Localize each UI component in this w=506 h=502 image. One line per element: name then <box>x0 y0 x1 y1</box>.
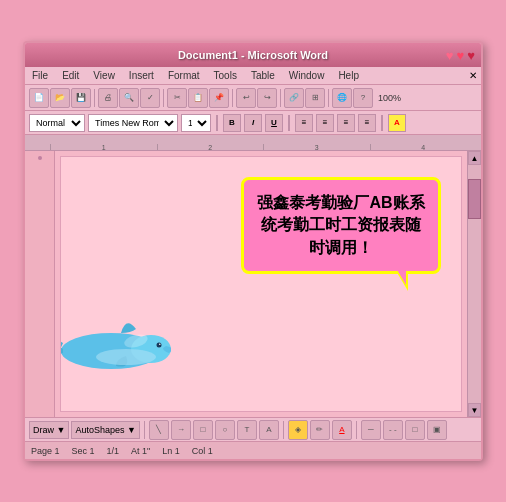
align-right-btn[interactable]: ≡ <box>337 114 355 132</box>
open-btn[interactable]: 📂 <box>50 88 70 108</box>
align-center-btn[interactable]: ≡ <box>316 114 334 132</box>
ruler-mark-1: 1 <box>50 144 157 150</box>
toolbar-sep-5 <box>328 89 329 107</box>
svg-point-3 <box>96 349 156 365</box>
heart-btn-2[interactable]: ♥ <box>457 48 465 63</box>
fontsize-select[interactable]: 12 <box>181 114 211 132</box>
linecolor-btn[interactable]: ✏ <box>310 420 330 440</box>
toolbar-sep-2 <box>163 89 164 107</box>
cut-btn[interactable]: ✂ <box>167 88 187 108</box>
lineweight-btn[interactable]: ─ <box>361 420 381 440</box>
italic-btn[interactable]: I <box>244 114 262 132</box>
save-btn[interactable]: 💾 <box>71 88 91 108</box>
close-btn[interactable]: ✕ <box>469 70 477 81</box>
chat-bubble: 强鑫泰考勤验厂AB账系统考勤工时工资报表随时调用！ <box>241 177 441 274</box>
ruler-mark-2: 2 <box>157 144 264 150</box>
textbox-btn[interactable]: T <box>237 420 257 440</box>
highlight-btn[interactable]: A <box>388 114 406 132</box>
shadow-btn[interactable]: □ <box>405 420 425 440</box>
align-justify-btn[interactable]: ≡ <box>358 114 376 132</box>
ruler-body: 1 2 3 4 <box>50 134 476 150</box>
window-title: Document1 - Microsoft Word <box>178 49 328 61</box>
svg-point-1 <box>157 343 162 348</box>
chat-bubble-text: 强鑫泰考勤验厂AB账系统考勤工时工资报表随时调用！ <box>256 192 426 259</box>
title-buttons: ♥ ♥ ♥ <box>446 48 475 63</box>
redo-btn[interactable]: ↪ <box>257 88 277 108</box>
status-page-of: 1/1 <box>107 446 120 456</box>
dash-btn[interactable]: - - <box>383 420 403 440</box>
print-btn[interactable]: 🖨 <box>98 88 118 108</box>
hyperlink-btn[interactable]: 🔗 <box>284 88 304 108</box>
draw-sep2 <box>283 421 284 439</box>
format-sep2 <box>288 115 290 131</box>
scrollbar-up-arrow[interactable]: ▲ <box>468 151 481 165</box>
formatting-bar: Normal Times New Roman 12 B I U ≡ ≡ ≡ ≡ … <box>25 111 481 135</box>
oval-btn[interactable]: ○ <box>215 420 235 440</box>
fontcolor-btn[interactable]: A <box>332 420 352 440</box>
font-select[interactable]: Times New Roman <box>88 114 178 132</box>
title-bar: Document1 - Microsoft Word ♥ ♥ ♥ <box>25 43 481 67</box>
toolbar-sep-4 <box>280 89 281 107</box>
rect-btn[interactable]: □ <box>193 420 213 440</box>
status-col: Col 1 <box>192 446 213 456</box>
paste-btn[interactable]: 📌 <box>209 88 229 108</box>
underline-btn[interactable]: U <box>265 114 283 132</box>
new-btn[interactable]: 📄 <box>29 88 49 108</box>
autoshapes-btn[interactable]: AutoShapes ▼ <box>71 421 139 439</box>
menu-tools[interactable]: Tools <box>211 69 240 82</box>
format-sep3 <box>381 115 383 131</box>
scrollbar-track <box>468 219 481 403</box>
menu-help[interactable]: Help <box>335 69 362 82</box>
menu-format[interactable]: Format <box>165 69 203 82</box>
wordart-btn[interactable]: A <box>259 420 279 440</box>
scrollbar-right[interactable]: ▲ ▼ <box>467 151 481 417</box>
status-bar: Page 1 Sec 1 1/1 At 1" Ln 1 Col 1 <box>25 441 481 459</box>
scrollbar-thumb[interactable] <box>468 179 481 219</box>
scrollbar-down-arrow[interactable]: ▼ <box>468 403 481 417</box>
menu-file[interactable]: File <box>29 69 51 82</box>
toolbar-sep-3 <box>232 89 233 107</box>
undo-btn[interactable]: ↩ <box>236 88 256 108</box>
word-window: Document1 - Microsoft Word ♥ ♥ ♥ File Ed… <box>23 41 483 461</box>
toolbar: 📄 📂 💾 🖨 🔍 ✓ ✂ 📋 📌 ↩ ↪ 🔗 ⊞ 🌐 ? 100% <box>25 85 481 111</box>
page-content[interactable]: 强鑫泰考勤验厂AB账系统考勤工时工资报表随时调用！ <box>60 156 462 412</box>
status-sec: Sec 1 <box>72 446 95 456</box>
copy-btn[interactable]: 📋 <box>188 88 208 108</box>
status-page: Page 1 <box>31 446 60 456</box>
ruler-mark-4: 4 <box>370 144 477 150</box>
style-select[interactable]: Normal <box>29 114 85 132</box>
arrow-btn[interactable]: → <box>171 420 191 440</box>
preview-btn[interactable]: 🔍 <box>119 88 139 108</box>
margin-mark <box>38 156 42 160</box>
svg-point-2 <box>159 343 161 345</box>
line-btn[interactable]: ╲ <box>149 420 169 440</box>
format-sep <box>216 115 218 131</box>
menu-table[interactable]: Table <box>248 69 278 82</box>
left-margin <box>25 151 55 417</box>
zoom-level: 100% <box>378 93 401 103</box>
draw-toolbar: Draw ▼ AutoShapes ▼ ╲ → □ ○ T A ◈ ✏ A ─ … <box>25 417 481 441</box>
spell-btn[interactable]: ✓ <box>140 88 160 108</box>
help-btn-toolbar[interactable]: ? <box>353 88 373 108</box>
table-btn[interactable]: ⊞ <box>305 88 325 108</box>
menu-edit[interactable]: Edit <box>59 69 82 82</box>
dolphin-image <box>60 311 171 381</box>
draw-btn[interactable]: Draw ▼ <box>29 421 69 439</box>
bold-btn[interactable]: B <box>223 114 241 132</box>
menu-window[interactable]: Window <box>286 69 328 82</box>
menu-insert[interactable]: Insert <box>126 69 157 82</box>
align-left-btn[interactable]: ≡ <box>295 114 313 132</box>
menu-view[interactable]: View <box>90 69 118 82</box>
ruler: 1 2 3 4 <box>25 135 481 151</box>
heart-btn-3[interactable]: ♥ <box>467 48 475 63</box>
menubar: File Edit View Insert Format Tools Table… <box>25 67 481 85</box>
3d-btn[interactable]: ▣ <box>427 420 447 440</box>
document-area: 强鑫泰考勤验厂AB账系统考勤工时工资报表随时调用！ <box>25 151 481 417</box>
status-at: At 1" <box>131 446 150 456</box>
zoom-btn[interactable]: 🌐 <box>332 88 352 108</box>
fillcolor-btn[interactable]: ◈ <box>288 420 308 440</box>
heart-btn-1[interactable]: ♥ <box>446 48 454 63</box>
status-ln: Ln 1 <box>162 446 180 456</box>
desktop-background: Document1 - Microsoft Word ♥ ♥ ♥ File Ed… <box>0 0 506 502</box>
ruler-mark-3: 3 <box>263 144 370 150</box>
